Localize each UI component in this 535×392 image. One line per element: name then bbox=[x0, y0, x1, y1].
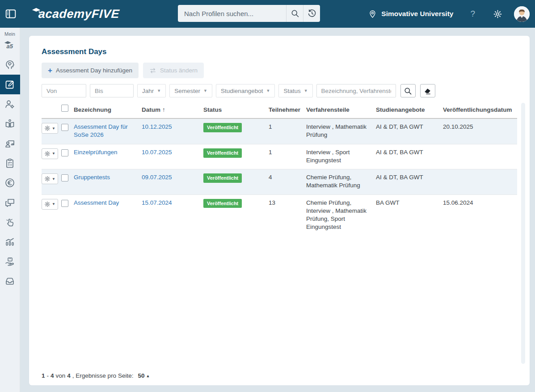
range-end: 4 bbox=[51, 372, 54, 379]
sidebar-item-finance[interactable] bbox=[0, 173, 20, 193]
column-header-verfahrensteile[interactable]: Verfahrensteile bbox=[306, 106, 376, 114]
search-history-button[interactable] bbox=[303, 5, 320, 22]
user-avatar[interactable] bbox=[514, 6, 530, 22]
sort-ascending-icon: ↑ bbox=[162, 106, 165, 113]
participants-count: 1 bbox=[269, 123, 306, 131]
change-status-label: Status ändern bbox=[160, 67, 198, 74]
semester-dropdown[interactable]: Semester▼ bbox=[169, 84, 212, 97]
sidebar-item-statistics[interactable] bbox=[0, 232, 20, 252]
profile-search-button[interactable] bbox=[286, 5, 303, 22]
sidebar-item-inbox[interactable] bbox=[0, 271, 20, 291]
row-checkbox[interactable] bbox=[61, 124, 68, 131]
row-actions-button[interactable]: ▼ bbox=[42, 148, 58, 159]
column-header-status[interactable]: Status bbox=[203, 106, 269, 114]
table-row: ▼ Einzelprüfungen 10.07.2025 Veröffentli… bbox=[42, 144, 517, 169]
sidebar-item-studies[interactable] bbox=[0, 114, 20, 134]
assessment-day-link[interactable]: Gruppentests bbox=[74, 174, 110, 181]
row-checkbox[interactable] bbox=[61, 200, 68, 207]
row-actions-button[interactable]: ▼ bbox=[42, 199, 58, 210]
open-book-icon bbox=[4, 118, 15, 129]
sidebar-item-user-management[interactable] bbox=[0, 94, 20, 114]
left-sidebar: Mein bbox=[0, 28, 20, 392]
procedure-parts: Chemie Prüfung, Interview , Mathematik P… bbox=[306, 199, 376, 232]
participants-count: 13 bbox=[269, 199, 306, 207]
date-from-input[interactable] bbox=[42, 84, 86, 97]
chevron-down-icon: ▼ bbox=[52, 202, 55, 206]
sidebar-item-exams[interactable] bbox=[0, 153, 20, 173]
column-header-bezeichnung[interactable]: Bezeichnung bbox=[74, 106, 142, 114]
procedure-parts: Chemie Prüfung, Mathematik Prüfung bbox=[306, 173, 376, 190]
a5-logo-icon bbox=[4, 39, 16, 50]
user-gear-icon bbox=[4, 99, 15, 110]
profile-search-group bbox=[178, 5, 320, 22]
text-filter-input[interactable] bbox=[316, 84, 396, 97]
history-icon bbox=[308, 9, 316, 18]
clear-filter-button[interactable] bbox=[420, 84, 435, 97]
header-right-group: Simovative University ? bbox=[368, 0, 530, 28]
status-badge: Veröffentlicht bbox=[203, 199, 242, 208]
help-button[interactable]: ? bbox=[470, 9, 475, 19]
status-dropdown-label: Status bbox=[283, 88, 300, 94]
sidebar-item-applications[interactable] bbox=[0, 75, 20, 94]
gear-icon bbox=[44, 176, 51, 182]
select-all-checkbox[interactable] bbox=[61, 105, 68, 112]
study-offer-dropdown-label: Studienangebot bbox=[221, 88, 263, 94]
settings-button[interactable] bbox=[493, 9, 502, 19]
row-checkbox[interactable] bbox=[61, 149, 68, 156]
sidebar-toggle-button[interactable] bbox=[0, 0, 21, 28]
profile-search-input[interactable] bbox=[178, 5, 286, 22]
column-header-teilnehmer[interactable]: Teilnehmer bbox=[269, 106, 306, 114]
sidebar-item-interaction[interactable] bbox=[0, 212, 20, 232]
column-header-veroeffentlichungsdatum[interactable]: Veröffentlichungsdatum bbox=[443, 106, 514, 114]
range-start: 1 bbox=[42, 372, 45, 379]
pagination-footer: 1 - 4 von 4 , Ergebnisse pro Seite: 50 ▲ bbox=[42, 368, 517, 379]
swap-arrows-icon bbox=[149, 67, 156, 74]
assessment-day-link[interactable]: Einzelprüfungen bbox=[74, 149, 118, 156]
add-assessment-day-label: Assessment Day hinzufügen bbox=[56, 67, 132, 74]
procedure-parts: Interview , Mathematik Prüfung bbox=[306, 123, 376, 139]
hand-box-icon bbox=[4, 256, 15, 267]
head-heart-icon bbox=[4, 59, 15, 70]
plus-icon: + bbox=[48, 67, 52, 74]
mein-label: Mein bbox=[4, 31, 15, 37]
sidebar-item-teaching[interactable] bbox=[0, 134, 20, 153]
per-page-selector[interactable]: 50 ▲ bbox=[138, 372, 150, 379]
apply-filter-button[interactable] bbox=[400, 84, 416, 97]
status-dropdown[interactable]: Status▼ bbox=[278, 84, 312, 97]
procedure-parts: Interview , Sport Eingungstest bbox=[306, 148, 376, 164]
search-icon bbox=[291, 9, 299, 18]
date-to-input[interactable] bbox=[90, 84, 134, 97]
date-link[interactable]: 09.07.2025 bbox=[142, 174, 172, 181]
study-offers: AI & DT, BA GWT bbox=[376, 173, 443, 181]
university-selector[interactable]: Simovative University bbox=[368, 10, 453, 18]
change-status-button[interactable]: Status ändern bbox=[143, 63, 204, 78]
sidebar-item-communication[interactable] bbox=[0, 193, 20, 212]
sidebar-item-interests[interactable] bbox=[0, 55, 20, 75]
chevron-down-icon: ▼ bbox=[203, 89, 207, 93]
question-mark-icon: ? bbox=[470, 9, 475, 18]
add-assessment-day-button[interactable]: + Assessment Day hinzufügen bbox=[42, 63, 139, 78]
publication-date: 20.10.2025 bbox=[443, 123, 514, 131]
app-logo[interactable]: academyFIVE bbox=[31, 7, 119, 21]
chevron-down-icon: ▼ bbox=[157, 89, 161, 93]
sidebar-item-mein-a5[interactable] bbox=[0, 37, 20, 51]
sidebar-item-services[interactable] bbox=[0, 252, 20, 271]
assessment-day-link[interactable]: Assessment Day bbox=[74, 199, 119, 206]
year-dropdown[interactable]: Jahr▼ bbox=[137, 84, 166, 97]
year-dropdown-label: Jahr bbox=[142, 88, 154, 94]
row-actions-button[interactable]: ▼ bbox=[42, 123, 58, 134]
date-link[interactable]: 15.07.2024 bbox=[142, 199, 172, 206]
row-actions-button[interactable]: ▼ bbox=[42, 173, 58, 184]
assessment-day-link[interactable]: Assessment Day für SoSe 2026 bbox=[74, 123, 128, 138]
study-offers: BA GWT bbox=[376, 199, 443, 207]
column-header-datum[interactable]: Datum↑ bbox=[142, 106, 203, 114]
stats-chart-icon bbox=[4, 236, 15, 247]
row-checkbox[interactable] bbox=[61, 174, 68, 181]
study-offers: AI & DT, BA GWT bbox=[376, 148, 443, 156]
gear-icon bbox=[44, 125, 51, 131]
date-link[interactable]: 10.12.2025 bbox=[142, 123, 172, 130]
study-offer-dropdown[interactable]: Studienangebot▼ bbox=[216, 84, 275, 97]
date-link[interactable]: 10.07.2025 bbox=[142, 149, 172, 156]
column-header-studienangebote[interactable]: Studienangebote bbox=[376, 106, 443, 114]
scrollbar-track[interactable] bbox=[521, 103, 525, 364]
